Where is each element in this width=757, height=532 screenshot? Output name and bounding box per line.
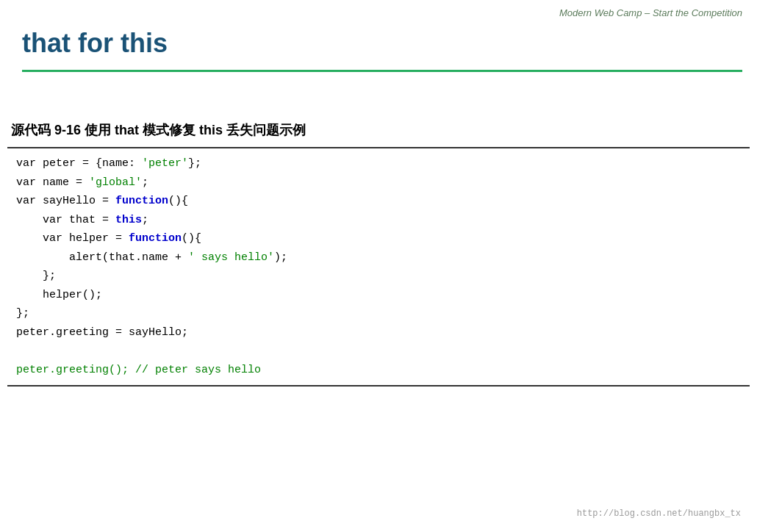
code-content: var peter = {name: 'peter'}; var name = … [16,154,741,379]
section-label: 源代码 9-16 使用 that 模式修复 this 丢失问题示例 [11,121,306,139]
code-block: var peter = {name: 'peter'}; var name = … [7,147,750,387]
main-title: that for this [22,28,168,59]
page-container: Modern Web Camp – Start the Competition … [0,0,757,532]
green-divider [22,70,742,72]
top-right-label: Modern Web Camp – Start the Competition [559,7,742,18]
footer-link: http://blog.csdn.net/huangbx_tx [577,508,741,519]
